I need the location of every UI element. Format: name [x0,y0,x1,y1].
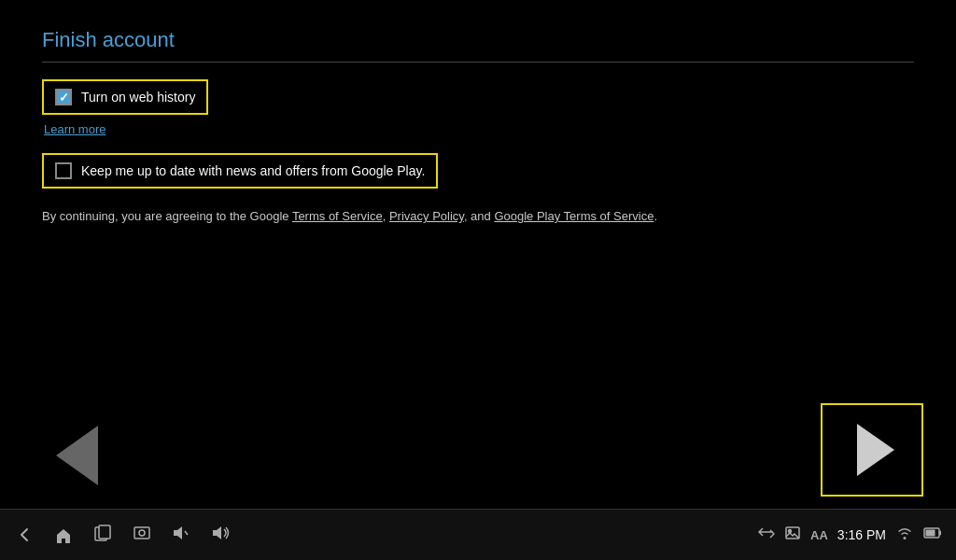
divider [42,62,914,63]
back-arrow-button[interactable] [56,426,98,485]
newsletter-checkbox-row[interactable]: Keep me up to date with news and offers … [42,153,438,189]
agreement-suffix: . [654,209,657,223]
transfer-icon [758,525,775,545]
agreement-text: By continuing, you are agreeing to the G… [42,207,914,226]
terms-of-service-link[interactable]: Terms of Service [292,209,383,223]
checkmark-icon: ✓ [59,91,69,104]
privacy-policy-link[interactable]: Privacy Policy [389,209,464,223]
svg-rect-2 [134,527,149,539]
google-play-tos-link[interactable]: Google Play Terms of Service [494,209,654,223]
svg-rect-1 [99,525,110,539]
system-nav-icons [14,523,758,547]
newsletter-label: Keep me up to date with news and offers … [81,163,425,178]
font-size-icon: AA [810,528,828,542]
screenshot-icon[interactable] [132,523,152,547]
svg-rect-11 [939,531,941,536]
volume-up-icon[interactable] [210,523,231,547]
page-title: Finish account [42,28,914,52]
svg-point-3 [139,530,145,536]
wifi-icon [895,525,914,544]
forward-arrow-icon [857,424,894,476]
main-content: Finish account ✓ Turn on web history Lea… [0,0,956,509]
battery-icon [923,526,942,543]
svg-marker-6 [213,526,221,539]
svg-line-5 [185,531,188,535]
volume-down-icon[interactable] [171,523,191,547]
agreement-sep1: , [383,209,389,223]
system-home-icon[interactable] [53,525,74,545]
forward-arrow-button[interactable] [821,403,923,497]
status-icons: AA 3:16 PM [758,525,942,545]
image-icon [784,525,801,545]
learn-more-link[interactable]: Learn more [44,122,914,136]
web-history-label: Turn on web history [81,90,195,105]
system-recents-icon[interactable] [92,523,113,547]
bottom-navigation-bar: AA 3:16 PM [0,509,956,560]
clock-display: 3:16 PM [837,527,886,542]
system-back-icon[interactable] [14,525,35,545]
agreement-sep2: , and [464,209,495,223]
newsletter-checkbox[interactable] [55,162,72,179]
svg-marker-4 [174,526,182,539]
agreement-prefix: By continuing, you are agreeing to the G… [42,209,292,223]
web-history-checkbox-row[interactable]: ✓ Turn on web history [42,79,208,115]
web-history-checkbox[interactable]: ✓ [55,89,72,105]
svg-rect-10 [926,530,935,537]
